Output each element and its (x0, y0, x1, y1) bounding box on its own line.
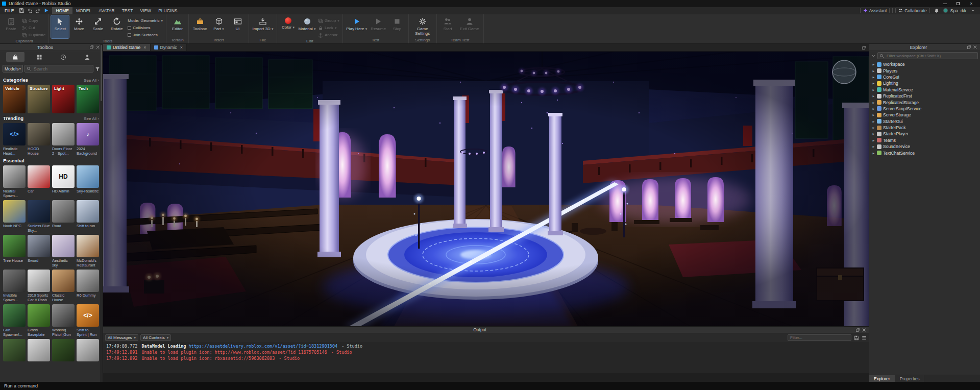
explorer-tree-item[interactable]: ▶ TextChatService (869, 150, 980, 156)
scale-tool-button[interactable]: Scale (89, 15, 107, 38)
exit-game-button[interactable]: Exit Game (458, 15, 481, 37)
assistant-button[interactable]: Assistant (860, 8, 890, 13)
expand-arrow-icon[interactable]: ▶ (872, 88, 875, 91)
minimize-button[interactable] (938, 0, 951, 7)
category-dropdown[interactable]: Models▾ (3, 65, 23, 72)
ribbon-collapse-button[interactable] (969, 7, 977, 14)
asset-item[interactable]: 2019 Sports Car // Rosh (28, 270, 50, 302)
toolbox-button[interactable]: Toolbox (191, 15, 209, 37)
part-button[interactable]: Part ▾ (210, 15, 228, 37)
asset-item[interactable]: Gun Spawner!... (3, 304, 26, 337)
viewport[interactable] (103, 52, 869, 326)
asset-item[interactable]: Tree House (3, 235, 26, 267)
log-line[interactable]: 17:49:12.892Unable to load plugin icon:r… (106, 355, 866, 361)
viewport-3d-scene[interactable] (103, 52, 869, 326)
asset-item[interactable]: Sky-Realistic (77, 165, 99, 198)
mode-dropdown[interactable]: Mode:Geometric▾ (127, 17, 164, 24)
expand-arrow-icon[interactable]: ▶ (872, 107, 875, 110)
game-settings-button[interactable]: Game Settings (411, 15, 434, 37)
messages-filter-dropdown[interactable]: All Messages▾ (105, 334, 138, 341)
material-button[interactable]: Material ▾ (298, 15, 316, 38)
menu-tab[interactable]: AVATAR (95, 7, 118, 14)
asset-item[interactable]: Noob NPC (3, 200, 26, 233)
log-url-link[interactable]: http://www.roblox.com/asset/?id=11675705… (215, 350, 327, 355)
tab-creations[interactable] (78, 52, 96, 62)
expand-arrow-icon[interactable]: ▶ (872, 120, 875, 123)
toolbox-scrollbar[interactable] (100, 44, 103, 382)
asset-item[interactable]: HOOD House (28, 123, 50, 156)
tab-inventory[interactable] (30, 52, 48, 62)
asset-item[interactable]: </> Shift to Sprint | Run (77, 304, 99, 337)
menu-file[interactable]: FILE (1, 7, 17, 14)
expand-arrow-icon[interactable]: ▶ (872, 82, 875, 85)
log-url-link[interactable]: https://assetdelivery.roblox.com/v1/asse… (188, 344, 337, 349)
quick-play-button[interactable] (42, 7, 50, 14)
asset-item[interactable]: Shift to run (77, 200, 99, 233)
collisions-checkbox[interactable]: Collisions (127, 25, 164, 31)
asset-item[interactable]: Classic House (52, 270, 75, 302)
document-tab[interactable]: Dynamic × (151, 44, 187, 51)
undo-button[interactable] (26, 7, 34, 14)
trending-see-all-link[interactable]: See All › (84, 116, 99, 121)
asset-item[interactable]: Sword (28, 235, 50, 267)
filter-funnel-button[interactable] (95, 65, 100, 72)
panel-tab[interactable]: Explorer (869, 375, 895, 382)
asset-item[interactable]: Invisible Spawn... (3, 270, 26, 302)
notifications-button[interactable] (933, 7, 941, 14)
explorer-tree-item[interactable]: ▶ ReplicatedStorage (869, 99, 980, 105)
category-tile[interactable]: Tech (77, 85, 99, 113)
play-here-button[interactable]: Play Here ▾ (345, 15, 369, 37)
close-tab-icon[interactable]: × (143, 45, 146, 50)
terrain-editor-button[interactable]: Editor (168, 15, 186, 37)
move-tool-button[interactable]: Move (70, 15, 88, 38)
asset-item[interactable]: Aesthetic sky (52, 235, 75, 267)
expand-arrow-icon[interactable]: ▶ (872, 132, 875, 135)
menu-tab[interactable]: MODEL (72, 7, 95, 14)
viewport-popout-button[interactable] (859, 44, 869, 51)
chevron-down-icon[interactable] (871, 54, 876, 58)
asset-item[interactable] (77, 339, 99, 372)
copy-button[interactable]: Copy (21, 17, 46, 24)
expand-arrow-icon[interactable]: ▶ (872, 101, 875, 104)
asset-item[interactable]: Neutral Spawn... (3, 165, 26, 198)
expand-arrow-icon[interactable]: ▶ (872, 126, 875, 129)
expand-arrow-icon[interactable]: ▶ (872, 69, 875, 72)
asset-item[interactable]: Grass Baseplate (28, 304, 50, 337)
asset-item[interactable]: Road (52, 200, 75, 233)
asset-item[interactable]: R6 Dummy (77, 270, 99, 302)
lock-button[interactable]: Lock▾ (317, 25, 340, 31)
asset-item[interactable]: Car (28, 165, 50, 198)
asset-item[interactable]: HD HD Admin (52, 165, 75, 198)
color-button[interactable]: Color ▾ (279, 15, 297, 38)
menu-tab[interactable]: TEST (118, 7, 137, 14)
explorer-tree-item[interactable]: ▶ ReplicatedFirst (869, 93, 980, 99)
join-surfaces-checkbox[interactable]: Join Surfaces (127, 32, 164, 38)
save-log-icon[interactable] (854, 335, 859, 340)
resume-button[interactable]: Resume (370, 15, 387, 37)
search-input[interactable] (33, 66, 91, 72)
select-tool-button[interactable]: Select (51, 15, 69, 38)
document-tab[interactable]: Untitled Game × (103, 44, 151, 51)
close-button[interactable]: × (965, 0, 978, 7)
explorer-tree-item[interactable]: ▶ Players (869, 67, 980, 74)
rotate-tool-button[interactable]: Rotate (108, 15, 126, 38)
anchor-button[interactable]: Anchor (317, 32, 340, 38)
close-icon[interactable] (972, 44, 978, 51)
explorer-tree-item[interactable]: ▶ Workspace (869, 61, 980, 67)
ui-button[interactable]: UI (229, 15, 247, 37)
expand-arrow-icon[interactable]: ▶ (872, 113, 875, 116)
log-url-link[interactable]: rbxassetid://5963062883 (215, 356, 275, 361)
stop-button[interactable]: Stop (388, 15, 406, 37)
cut-button[interactable]: Cut (21, 25, 46, 31)
output-filter-input[interactable] (788, 334, 851, 341)
explorer-tree-item[interactable]: ▶ ServerScriptService (869, 106, 980, 112)
expand-arrow-icon[interactable]: ▶ (872, 152, 875, 155)
asset-item[interactable]: Working Pistol |Gun (52, 304, 75, 337)
paste-button[interactable]: Paste (2, 15, 20, 38)
tab-marketplace[interactable] (6, 52, 24, 62)
maximize-button[interactable] (951, 0, 965, 7)
collaborate-button[interactable]: Collaborate (895, 8, 929, 13)
asset-item[interactable] (52, 339, 75, 372)
expand-arrow-icon[interactable]: ▶ (872, 139, 875, 142)
user-avatar[interactable] (943, 8, 948, 13)
